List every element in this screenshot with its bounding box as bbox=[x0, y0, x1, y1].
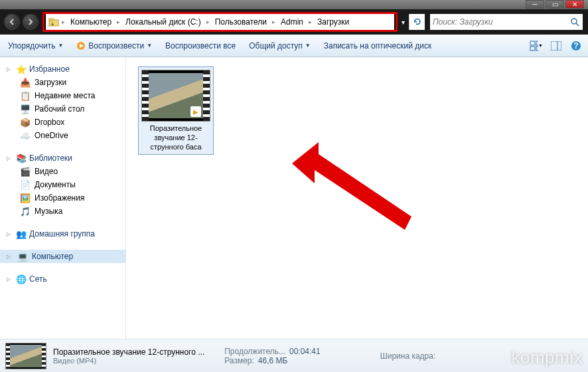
collapse-icon: ▷ bbox=[7, 276, 13, 282]
svg-rect-5 bbox=[530, 41, 535, 45]
collapse-icon: ▷ bbox=[7, 66, 13, 72]
status-duration-label: Продолжитель... bbox=[224, 347, 285, 356]
annotation-arrow bbox=[292, 137, 425, 250]
breadcrumb-item[interactable]: Компьютер bbox=[68, 17, 114, 27]
status-width-label: Ширина кадра: bbox=[380, 351, 436, 361]
star-icon: ⭐ bbox=[16, 64, 27, 74]
file-item[interactable]: ▶ Поразительное звучание 12-струнного ба… bbox=[138, 66, 214, 155]
status-size-value: 46,6 МБ bbox=[258, 356, 288, 365]
sidebar-group-libraries[interactable]: ▷ 📚 Библиотеки bbox=[0, 151, 125, 165]
play-button[interactable]: Воспроизвести▼ bbox=[74, 40, 155, 52]
chevron-right-icon: ▸ bbox=[60, 19, 66, 25]
sidebar-item-documents[interactable]: 📄Документы bbox=[0, 178, 125, 191]
chevron-right-icon: ▸ bbox=[205, 19, 211, 25]
recent-icon: 📋 bbox=[20, 90, 31, 101]
sidebar-item-recent[interactable]: 📋Недавние места bbox=[0, 89, 125, 102]
status-file-type: Видео (MP4) bbox=[53, 357, 204, 365]
share-button[interactable]: Общий доступ▼ bbox=[246, 40, 313, 52]
svg-marker-13 bbox=[292, 142, 411, 230]
search-input[interactable] bbox=[433, 17, 570, 27]
sidebar-group-homegroup[interactable]: ▷ 👥 Домашняя группа bbox=[0, 227, 125, 240]
maximize-button[interactable]: ▭ bbox=[546, 0, 564, 9]
libraries-icon: 📚 bbox=[16, 153, 27, 163]
svg-point-2 bbox=[571, 19, 577, 24]
forward-button[interactable] bbox=[23, 14, 38, 30]
homegroup-icon: 👥 bbox=[16, 229, 27, 239]
back-button[interactable] bbox=[4, 14, 20, 30]
burn-disc-button[interactable]: Записать на оптический диск bbox=[321, 40, 435, 52]
sidebar-group-network[interactable]: ▷ 🌐 Сеть bbox=[0, 272, 125, 286]
sidebar-group-favorites[interactable]: ▷ ⭐ Избранное bbox=[0, 62, 125, 76]
highlighted-address-area: ▸ Компьютер ▸ Локальный диск (C:) ▸ Поль… bbox=[42, 12, 398, 32]
sidebar-item-onedrive[interactable]: ☁️OneDrive bbox=[0, 129, 125, 142]
svg-rect-1 bbox=[49, 19, 53, 21]
chevron-right-icon: ▸ bbox=[307, 19, 313, 25]
minimize-button[interactable]: ─ bbox=[526, 0, 544, 9]
help-button[interactable]: ? bbox=[569, 39, 583, 52]
file-list-pane[interactable]: ▶ Поразительное звучание 12-струнного ба… bbox=[126, 57, 588, 339]
sidebar-item-desktop[interactable]: 🖥️Рабочий стол bbox=[0, 102, 125, 116]
close-button[interactable]: ✕ bbox=[565, 0, 584, 9]
search-box[interactable] bbox=[430, 14, 583, 30]
download-icon: 📥 bbox=[20, 77, 31, 88]
breadcrumb-item[interactable]: Пользователи bbox=[212, 17, 269, 27]
collapse-icon: ▷ bbox=[7, 254, 13, 260]
svg-line-3 bbox=[576, 23, 579, 26]
sidebar-item-dropbox[interactable]: 📦Dropbox bbox=[0, 116, 125, 129]
sidebar-item-downloads[interactable]: 📥Загрузки bbox=[0, 76, 125, 89]
breadcrumb-item[interactable]: Admin bbox=[278, 17, 306, 27]
sidebar-group-computer[interactable]: ▷ 💻 Компьютер bbox=[0, 250, 125, 263]
refresh-button[interactable] bbox=[409, 14, 425, 30]
breadcrumb-item[interactable]: Локальный диск (C:) bbox=[123, 17, 204, 27]
sidebar-item-music[interactable]: 🎵Музыка bbox=[0, 205, 125, 218]
computer-icon: 💻 bbox=[17, 251, 28, 262]
play-overlay-icon: ▶ bbox=[190, 106, 201, 117]
video-icon: 🎬 bbox=[20, 166, 31, 177]
music-icon: 🎵 bbox=[20, 206, 31, 217]
sidebar-item-pictures[interactable]: 🖼️Изображения bbox=[0, 191, 125, 205]
svg-rect-7 bbox=[530, 46, 535, 50]
status-file-title: Поразительное звучание 12-струнного ... bbox=[53, 347, 204, 357]
search-icon bbox=[570, 17, 580, 27]
sidebar-item-video[interactable]: 🎬Видео bbox=[0, 165, 125, 178]
video-thumbnail: ▶ bbox=[141, 70, 210, 122]
collapse-icon: ▷ bbox=[7, 231, 13, 237]
svg-text:?: ? bbox=[573, 41, 578, 50]
svg-rect-9 bbox=[551, 41, 561, 50]
play-icon bbox=[76, 41, 86, 50]
navigation-pane: ▷ ⭐ Избранное 📥Загрузки 📋Недавние места … bbox=[0, 57, 126, 339]
toolbar: Упорядочить▼ Воспроизвести▼ Воспроизвест… bbox=[0, 35, 588, 57]
details-pane: Поразительное звучание 12-струнного ... … bbox=[0, 339, 588, 372]
breadcrumb-item[interactable]: Загрузки bbox=[315, 17, 352, 27]
navigation-bar: ▸ Компьютер ▸ Локальный диск (C:) ▸ Поль… bbox=[0, 9, 588, 35]
dropdown-arrow-icon[interactable]: ▾ bbox=[402, 19, 405, 26]
folder-icon bbox=[48, 17, 59, 27]
organize-button[interactable]: Упорядочить▼ bbox=[5, 40, 66, 52]
collapse-icon: ▷ bbox=[7, 155, 13, 161]
status-size-label: Размер: bbox=[224, 356, 254, 365]
watermark: kompmix bbox=[511, 347, 583, 368]
status-duration-value: 00:04:41 bbox=[289, 347, 321, 356]
chevron-right-icon: ▸ bbox=[271, 19, 277, 25]
breadcrumb[interactable]: ▸ Компьютер ▸ Локальный диск (C:) ▸ Поль… bbox=[46, 14, 394, 30]
status-thumbnail bbox=[5, 343, 46, 369]
chevron-right-icon: ▸ bbox=[115, 19, 121, 25]
view-options-button[interactable]: ▼ bbox=[530, 39, 543, 52]
image-icon: 🖼️ bbox=[20, 193, 31, 203]
network-icon: 🌐 bbox=[16, 274, 27, 284]
play-all-button[interactable]: Воспроизвести все bbox=[163, 40, 238, 52]
window-titlebar: ─ ▭ ✕ bbox=[0, 0, 588, 9]
dropbox-icon: 📦 bbox=[20, 117, 31, 128]
desktop-icon: 🖥️ bbox=[20, 104, 31, 114]
preview-pane-button[interactable] bbox=[550, 39, 563, 52]
doc-icon: 📄 bbox=[20, 179, 31, 190]
file-name-label: Поразительное звучание 12-струнного баса bbox=[141, 124, 210, 151]
onedrive-icon: ☁️ bbox=[20, 130, 31, 141]
